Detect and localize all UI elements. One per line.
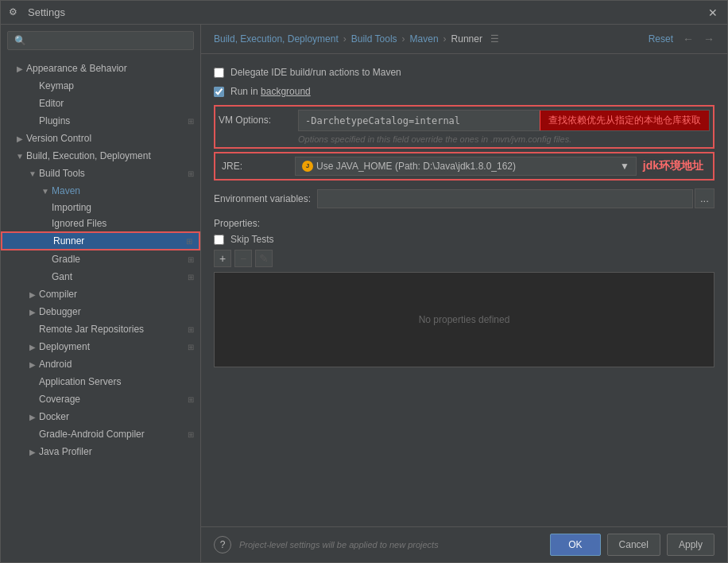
env-browse-button[interactable]: ... <box>695 188 714 208</box>
ext-icon: ⊞ <box>188 430 194 439</box>
breadcrumb-build[interactable]: Build, Execution, Deployment <box>214 33 339 45</box>
expand-icon: ▶ <box>26 305 39 318</box>
breadcrumb: Build, Execution, Deployment › Build Too… <box>201 25 727 54</box>
ok-button[interactable]: OK <box>550 534 600 556</box>
expand-icon: ▶ <box>26 340 39 353</box>
sidebar-item-version-control[interactable]: ▶ Version Control <box>1 130 200 147</box>
sidebar-item-label: Build Tools <box>39 168 85 179</box>
sidebar-item-ignored-files[interactable]: Ignored Files <box>1 215 200 231</box>
sidebar-item-label: Keymap <box>39 80 74 91</box>
sidebar-item-label: Application Servers <box>39 376 121 387</box>
sidebar-item-java-profiler[interactable]: ▶ Java Profiler <box>1 443 200 460</box>
ext-icon: ⊞ <box>188 325 194 334</box>
nav-back-icon[interactable]: ← <box>683 33 694 45</box>
jre-dropdown-icon: ▼ <box>620 161 629 172</box>
props-toolbar: + − ✎ <box>214 250 714 267</box>
search-box <box>1 25 200 56</box>
properties-label: Properties: <box>214 218 714 229</box>
sidebar-item-importing[interactable]: Importing <box>1 200 200 215</box>
breadcrumb-build-tools[interactable]: Build Tools <box>351 33 397 45</box>
expand-icon: ▶ <box>26 358 39 371</box>
expand-icon: ▶ <box>14 62 26 75</box>
sidebar-item-label: Editor <box>39 98 64 109</box>
sidebar-item-application-servers[interactable]: Application Servers <box>1 373 200 390</box>
delegate-ide-label[interactable]: Delegate IDE build/run actions to Maven <box>230 67 401 78</box>
expand-spacer <box>26 428 39 441</box>
vm-annotation: 查找依赖优先从指定的本地仓库获取 <box>540 111 709 130</box>
breadcrumb-sep-2: › <box>402 33 405 45</box>
sidebar-tree: ▶ Appearance & Behavior Keymap Editor Pl… <box>1 56 200 562</box>
jre-select[interactable]: J Use JAVA_HOME (Path: D:\Java\jdk1.8.0_… <box>295 157 637 176</box>
sidebar-item-label: Build, Execution, Deployment <box>26 150 151 161</box>
search-input[interactable] <box>7 31 194 50</box>
reset-button[interactable]: Reset <box>649 33 673 45</box>
breadcrumb-sep-1: › <box>343 33 347 45</box>
expand-icon: ▼ <box>39 184 52 197</box>
expand-spacer <box>39 270 52 283</box>
sidebar-item-editor[interactable]: Editor <box>1 95 200 112</box>
delegate-ide-checkbox[interactable] <box>214 68 224 78</box>
skip-tests-checkbox[interactable] <box>214 235 224 245</box>
sidebar-item-gant[interactable]: Gant ⊞ <box>1 268 200 285</box>
sidebar-item-android[interactable]: ▶ Android <box>1 355 200 373</box>
sidebar-item-debugger[interactable]: ▶ Debugger <box>1 303 200 320</box>
close-button[interactable]: ✕ <box>707 6 719 19</box>
sidebar-item-label: Debugger <box>39 306 81 317</box>
settings-window: ⚙ Settings ✕ ▶ Appearance & Behavior Key… <box>0 0 728 563</box>
skip-tests-label[interactable]: Skip Tests <box>230 234 273 245</box>
sidebar-item-maven[interactable]: ▼ Maven <box>1 182 200 200</box>
expand-spacer <box>26 80 39 92</box>
sidebar-item-label: Appearance & Behavior <box>26 63 127 74</box>
no-properties-text: No properties defined <box>419 314 510 325</box>
cancel-button[interactable]: Cancel <box>607 534 660 556</box>
sidebar-item-label: Deployment <box>39 341 90 352</box>
footer: ? Project-level settings will be applied… <box>201 526 727 562</box>
sidebar-item-label: Remote Jar Repositories <box>39 324 144 335</box>
sidebar-item-compiler[interactable]: ▶ Compiler <box>1 285 200 303</box>
sidebar-item-label: Coverage <box>39 394 80 405</box>
sidebar-item-runner[interactable]: Runner ⊞ <box>1 231 200 250</box>
ext-icon: ⊞ <box>188 273 194 282</box>
edit-property-button[interactable]: ✎ <box>255 250 273 267</box>
delegate-ide-row: Delegate IDE build/run actions to Maven <box>214 67 714 78</box>
add-property-button[interactable]: + <box>214 250 231 267</box>
sidebar-item-gradle-android-compiler[interactable]: Gradle-Android Compiler ⊞ <box>1 425 200 443</box>
sidebar-item-label: Gradle-Android Compiler <box>39 429 145 440</box>
sidebar-item-build-execution-deployment[interactable]: ▼ Build, Execution, Deployment <box>1 147 200 165</box>
sidebar-item-deployment[interactable]: ▶ Deployment ⊞ <box>1 338 200 355</box>
ext-icon: ⊞ <box>188 343 194 351</box>
ext-icon: ⊞ <box>188 255 194 264</box>
sidebar-item-coverage[interactable]: Coverage ⊞ <box>1 390 200 408</box>
sidebar-item-label: Ignored Files <box>52 218 106 229</box>
vm-hint: Options specified in this field override… <box>219 134 710 144</box>
jre-annotation: jdk环境地址 <box>637 159 710 173</box>
breadcrumb-maven[interactable]: Maven <box>410 33 439 45</box>
remove-property-button[interactable]: − <box>234 250 252 267</box>
sidebar-item-build-tools[interactable]: ▼ Build Tools ⊞ <box>1 165 200 182</box>
sidebar-item-label: Plugins <box>39 115 70 126</box>
vm-options-input[interactable] <box>299 111 540 130</box>
sidebar-item-docker[interactable]: ▶ Docker <box>1 408 200 425</box>
sidebar-item-gradle[interactable]: Gradle ⊞ <box>1 250 200 268</box>
apply-button[interactable]: Apply <box>667 534 714 556</box>
vm-options-label: VM Options: <box>219 110 298 126</box>
help-button[interactable]: ? <box>214 536 231 553</box>
sidebar-item-label: Version Control <box>26 133 91 144</box>
sidebar-item-remote-jar-repositories[interactable]: Remote Jar Repositories ⊞ <box>1 320 200 338</box>
run-in-background-label: Run in background <box>230 86 311 97</box>
sidebar-item-keymap[interactable]: Keymap <box>1 77 200 95</box>
vm-options-row: VM Options: 查找依赖优先从指定的本地仓库获取 <box>219 110 710 131</box>
env-vars-input[interactable] <box>317 189 693 208</box>
expand-icon: ▼ <box>14 149 26 162</box>
sidebar-item-appearance-behavior[interactable]: ▶ Appearance & Behavior <box>1 60 200 77</box>
breadcrumb-sep-3: › <box>443 33 447 45</box>
sidebar-item-plugins[interactable]: Plugins ⊞ <box>1 112 200 130</box>
run-in-background-label-text: background <box>261 86 311 97</box>
ext-icon: ⊞ <box>186 237 192 246</box>
nav-forward-icon[interactable]: → <box>703 33 714 45</box>
expand-spacer <box>26 375 39 388</box>
env-vars-label: Environment variables: <box>214 193 317 204</box>
ext-icon: ⊞ <box>188 395 194 404</box>
sidebar-item-label: Docker <box>39 411 69 422</box>
run-in-background-checkbox[interactable] <box>214 87 224 97</box>
